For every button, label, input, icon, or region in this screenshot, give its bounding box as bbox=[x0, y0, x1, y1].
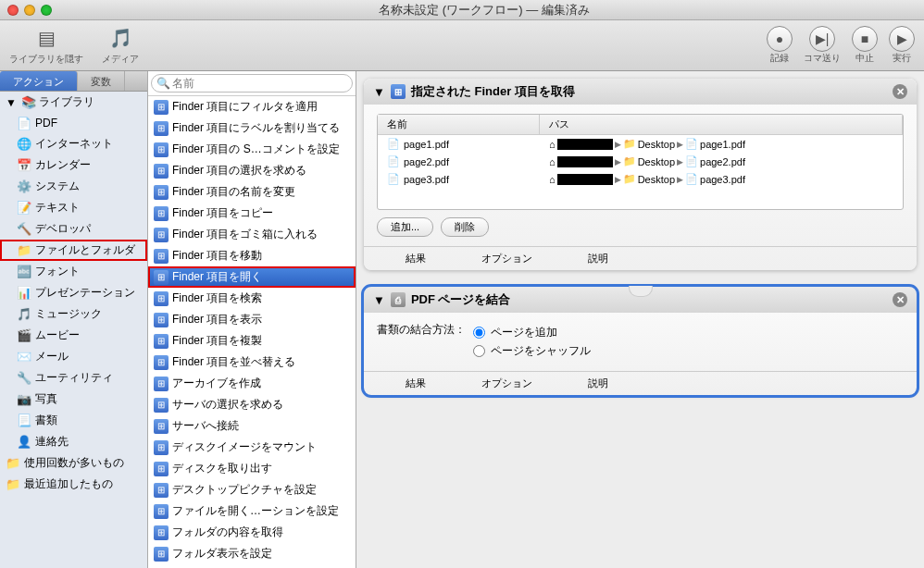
col-name[interactable]: 名前 bbox=[378, 115, 540, 134]
action-item[interactable]: ⊞Finder 項目の S…コメントを設定 bbox=[148, 139, 356, 160]
library-item[interactable]: 📅カレンダー bbox=[0, 154, 147, 176]
library-item[interactable]: 🎵ミュージック bbox=[0, 303, 147, 325]
option-tab[interactable]: オプション bbox=[468, 252, 546, 265]
tab-variable[interactable]: 変数 bbox=[78, 71, 125, 91]
action-item[interactable]: ⊞Finder 項目を表示 bbox=[148, 309, 356, 330]
titlebar: 名称未設定 (ワークフロー) — 編集済み bbox=[0, 0, 924, 20]
action-item[interactable]: ⊞指定された Finder 項目を取得 bbox=[148, 564, 356, 568]
action-item[interactable]: ⊞Finder 項目にフィルタを適用 bbox=[148, 96, 356, 117]
table-row[interactable]: 📄page3.pdf⌂▶📁Desktop▶📄page3.pdf bbox=[378, 170, 903, 188]
action-item[interactable]: ⊞Finder 項目にラベルを割り当てる bbox=[148, 117, 356, 139]
remove-button[interactable]: 削除 bbox=[441, 217, 489, 237]
search-input[interactable] bbox=[151, 74, 353, 93]
finder-action-icon: ⊞ bbox=[154, 547, 169, 562]
shuffle-pages-radio[interactable] bbox=[473, 345, 485, 357]
file-icon: 📄 bbox=[387, 155, 400, 167]
library-icon: ▤ bbox=[31, 25, 61, 51]
library-item[interactable]: 👤連絡先 bbox=[0, 431, 147, 452]
option-tab[interactable]: オプション bbox=[468, 377, 546, 390]
recently-added[interactable]: 📁 最近追加したもの bbox=[0, 474, 147, 495]
action-item[interactable]: ⊞Finder 項目の名前を変更 bbox=[148, 181, 356, 203]
library-root[interactable]: ▼ 📚 ライブラリ bbox=[0, 92, 147, 113]
action-item[interactable]: ⊞Finder 項目をコピー bbox=[148, 203, 356, 224]
disclosure-icon: ▼ bbox=[6, 96, 19, 109]
library-item[interactable]: 🌐インターネット bbox=[0, 133, 147, 154]
most-used[interactable]: 📁 使用回数が多いもの bbox=[0, 452, 147, 474]
library-item[interactable]: 🎬ムービー bbox=[0, 325, 147, 346]
library-item[interactable]: 📄PDF bbox=[0, 113, 147, 133]
table-row[interactable]: 📄page1.pdf⌂▶📁Desktop▶📄page1.pdf bbox=[378, 135, 903, 153]
action-item[interactable]: ⊞フォルダ表示を設定 bbox=[148, 543, 356, 564]
result-tab[interactable]: 結果 bbox=[392, 252, 440, 265]
library-item[interactable]: ✉️メール bbox=[0, 346, 147, 367]
minimize-window[interactable] bbox=[24, 5, 35, 16]
category-icon: 📊 bbox=[17, 286, 31, 301]
record-button[interactable]: ● 記録 bbox=[767, 26, 793, 65]
finder-action-icon: ⊞ bbox=[154, 228, 169, 242]
step-button[interactable]: ▶| コマ送り bbox=[804, 26, 841, 65]
action-item[interactable]: ⊞ディスクを取り出す bbox=[148, 458, 356, 479]
folder-icon: 📁 bbox=[623, 173, 636, 185]
file-icon: 📄 bbox=[387, 173, 400, 185]
action-item[interactable]: ⊞アーカイブを作成 bbox=[148, 373, 356, 394]
library-item[interactable]: 📃書類 bbox=[0, 410, 147, 431]
finder-action-icon: ⊞ bbox=[154, 142, 169, 157]
result-tab[interactable]: 結果 bbox=[392, 377, 440, 390]
action-item[interactable]: ⊞サーバへ接続 bbox=[148, 415, 356, 437]
library-item[interactable]: ⚙️システム bbox=[0, 176, 147, 197]
chevron-right-icon: ▶ bbox=[677, 140, 683, 149]
description-tab[interactable]: 説明 bbox=[574, 252, 622, 265]
stop-icon: ■ bbox=[852, 26, 878, 52]
action-item[interactable]: ⊞Finder 項目をゴミ箱に入れる bbox=[148, 224, 356, 245]
category-icon: 🎬 bbox=[17, 328, 31, 343]
folder-icon: 📁 bbox=[623, 138, 636, 150]
workflow-action-get-finder-items[interactable]: ▼ ⊞ 指定された Finder 項目を取得 ✕ 名前 パス 📄page1.pd… bbox=[364, 79, 917, 270]
finder-action-icon: ⊞ bbox=[154, 249, 169, 264]
disclosure-icon[interactable]: ▼ bbox=[373, 293, 385, 307]
table-row[interactable]: 📄page2.pdf⌂▶📁Desktop▶📄page2.pdf bbox=[378, 153, 903, 170]
library-item[interactable]: 🔧ユーティリティ bbox=[0, 367, 147, 389]
run-button[interactable]: ▶ 実行 bbox=[889, 26, 915, 65]
finder-action-icon: ⊞ bbox=[154, 398, 169, 413]
library-item[interactable]: 📁ファイルとフォルダ bbox=[0, 240, 147, 261]
workflow-action-combine-pdf[interactable]: ▼ ⎙ PDF ページを結合 ✕ 書類の結合方法： ページを追加 ペー bbox=[364, 287, 917, 395]
library-item[interactable]: 🔤フォント bbox=[0, 261, 147, 282]
action-item[interactable]: ⊞フォルダの内容を取得 bbox=[148, 522, 356, 543]
library-icon: 📚 bbox=[21, 95, 36, 110]
finder-action-icon: ⊞ bbox=[154, 270, 169, 285]
action-item[interactable]: ⊞Finder 項目を並べ替える bbox=[148, 352, 356, 373]
action-item[interactable]: ⊞ファイルを開く…ーションを設定 bbox=[148, 500, 356, 522]
close-action-button[interactable]: ✕ bbox=[893, 292, 907, 307]
hide-library-button[interactable]: ▤ ライブラリを隠す bbox=[9, 25, 83, 66]
stop-button[interactable]: ■ 中止 bbox=[852, 26, 878, 65]
folder-icon: 📁 bbox=[623, 155, 636, 167]
library-item[interactable]: 📷写真 bbox=[0, 389, 147, 410]
file-table: 名前 パス 📄page1.pdf⌂▶📁Desktop▶📄page1.pdf📄pa… bbox=[377, 114, 904, 210]
close-action-button[interactable]: ✕ bbox=[893, 84, 907, 99]
action-item[interactable]: ⊞サーバの選択を求める bbox=[148, 394, 356, 415]
action-item[interactable]: ⊞Finder 項目を開く bbox=[148, 266, 356, 288]
action-item[interactable]: ⊞Finder 項目の選択を求める bbox=[148, 160, 356, 181]
file-icon: 📄 bbox=[685, 155, 698, 167]
category-icon: ✉️ bbox=[17, 350, 31, 364]
media-button[interactable]: 🎵 メディア bbox=[102, 25, 139, 66]
tab-action[interactable]: アクション bbox=[0, 71, 78, 91]
redacted-user bbox=[557, 156, 613, 167]
library-item[interactable]: 🔨デベロッパ bbox=[0, 218, 147, 240]
action-item[interactable]: ⊞Finder 項目を複製 bbox=[148, 330, 356, 352]
zoom-window[interactable] bbox=[41, 5, 52, 16]
library-item[interactable]: 📊プレゼンテーション bbox=[0, 282, 147, 303]
action-item[interactable]: ⊞デスクトップピクチャを設定 bbox=[148, 479, 356, 500]
append-pages-radio[interactable] bbox=[473, 327, 485, 339]
close-window[interactable] bbox=[7, 5, 19, 16]
action-item[interactable]: ⊞ディスクイメージをマウント bbox=[148, 437, 356, 458]
col-path[interactable]: パス bbox=[540, 115, 903, 134]
action-item[interactable]: ⊞Finder 項目を検索 bbox=[148, 288, 356, 309]
library-item[interactable]: 📝テキスト bbox=[0, 197, 147, 218]
finder-action-icon: ⊞ bbox=[154, 355, 169, 370]
description-tab[interactable]: 説明 bbox=[574, 377, 622, 390]
action-item[interactable]: ⊞Finder 項目を移動 bbox=[148, 245, 356, 266]
disclosure-icon[interactable]: ▼ bbox=[373, 85, 385, 99]
add-button[interactable]: 追加... bbox=[377, 217, 433, 237]
category-icon: 🔨 bbox=[17, 222, 31, 237]
